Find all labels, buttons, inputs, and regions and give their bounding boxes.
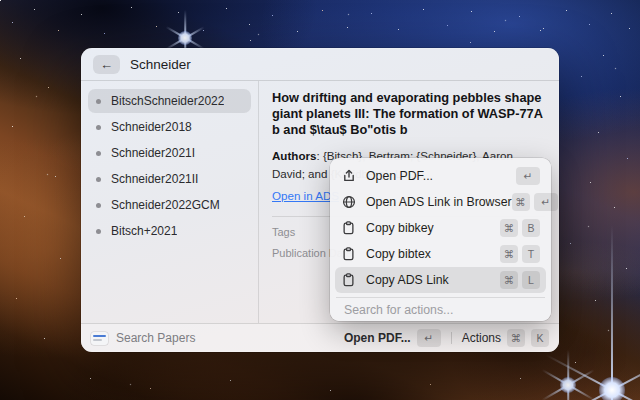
window-header: ← Schneider <box>81 48 559 81</box>
actions-search-input[interactable] <box>342 302 539 318</box>
shortcut-keys: ⌘ L <box>500 271 540 289</box>
list-item-schneider2021ii[interactable]: Schneider2021II <box>88 167 251 191</box>
shortcut-keys: ⌘ B <box>500 219 540 237</box>
starfield-bright <box>0 0 1 1</box>
paper-title: How drifting and evaporating pebbles sha… <box>272 90 545 138</box>
authors-label: Authors <box>272 149 316 162</box>
bullet-icon <box>96 151 101 156</box>
menu-item-label: Open PDF... <box>366 169 433 183</box>
upload-icon <box>341 169 356 184</box>
clipboard-icon <box>341 221 356 236</box>
command-key-badge: ⌘ <box>500 219 518 237</box>
window-footer: Search Papers Open PDF... ↵ Actions ⌘ K <box>81 323 559 352</box>
search-papers-logo-icon <box>91 332 108 345</box>
list-item-bitsch2021[interactable]: Bitsch+2021 <box>88 219 251 243</box>
shortcut-keys: ⌘ T <box>500 245 540 263</box>
return-key-badge: ↵ <box>516 167 540 185</box>
clipboard-icon <box>341 273 356 288</box>
paper-list: BitschSchneider2022 Schneider2018 Schnei… <box>81 81 259 323</box>
list-item-label: BitschSchneider2022 <box>111 94 224 108</box>
clipboard-icon <box>341 247 356 262</box>
return-key-badge: ↵ <box>417 329 441 347</box>
actions-search <box>335 298 546 321</box>
open-in-ads-link[interactable]: Open in ADS <box>272 189 339 202</box>
actions-button[interactable]: Actions <box>462 331 501 345</box>
page-title: Schneider <box>130 57 191 72</box>
extension-name: Search Papers <box>116 331 195 345</box>
list-item-bitschschneider2022[interactable]: BitschSchneider2022 <box>88 89 251 113</box>
list-item-label: Bitsch+2021 <box>111 224 177 238</box>
menu-item-label: Copy ADS Link <box>366 273 449 287</box>
bullet-icon <box>96 125 101 130</box>
menu-item-copy-bibkey[interactable]: Copy bibkey ⌘ B <box>335 215 546 241</box>
menu-item-open-pdf[interactable]: Open PDF... ↵ <box>335 163 546 189</box>
list-item-label: Schneider2021II <box>111 172 198 186</box>
menu-item-label: Copy bibkey <box>366 221 434 235</box>
shortcut-keys: ↵ <box>516 167 540 185</box>
command-key-badge: ⌘ <box>512 193 530 211</box>
shortcut-keys: ⌘ ↵ <box>512 193 558 211</box>
back-arrow-icon: ← <box>100 57 113 72</box>
list-item-schneider2018[interactable]: Schneider2018 <box>88 115 251 139</box>
menu-item-copy-ads-link[interactable]: Copy ADS Link ⌘ L <box>335 267 546 293</box>
list-item-label: Schneider2022GCM <box>111 198 220 212</box>
actions-menu: Open PDF... ↵ Open ADS Link in Browser ⌘… <box>330 158 551 321</box>
menu-item-copy-bibtex[interactable]: Copy bibtex ⌘ T <box>335 241 546 267</box>
return-key-badge: ↵ <box>534 193 558 211</box>
command-key-badge: ⌘ <box>500 245 518 263</box>
bullet-icon <box>96 229 101 234</box>
b-key-badge: B <box>522 219 540 237</box>
globe-icon <box>341 195 356 210</box>
menu-item-label: Open ADS Link in Browser <box>366 195 512 209</box>
command-key-badge: ⌘ <box>507 329 525 347</box>
k-key-badge: K <box>531 329 549 347</box>
list-item-schneider2022gcm[interactable]: Schneider2022GCM <box>88 193 251 217</box>
bullet-icon <box>96 203 101 208</box>
l-key-badge: L <box>522 271 540 289</box>
bullet-icon <box>96 99 101 104</box>
list-item-label: Schneider2021I <box>111 146 195 160</box>
divider <box>451 332 452 344</box>
menu-item-label: Copy bibtex <box>366 247 431 261</box>
bullet-icon <box>96 177 101 182</box>
list-item-schneider2021i[interactable]: Schneider2021I <box>88 141 251 165</box>
menu-item-open-ads-link[interactable]: Open ADS Link in Browser ⌘ ↵ <box>335 189 546 215</box>
list-item-label: Schneider2018 <box>111 120 192 134</box>
back-button[interactable]: ← <box>93 55 120 74</box>
primary-action-button[interactable]: Open PDF... <box>344 331 411 345</box>
footer-actions: Open PDF... ↵ Actions ⌘ K <box>344 329 549 347</box>
command-key-badge: ⌘ <box>500 271 518 289</box>
t-key-badge: T <box>522 245 540 263</box>
